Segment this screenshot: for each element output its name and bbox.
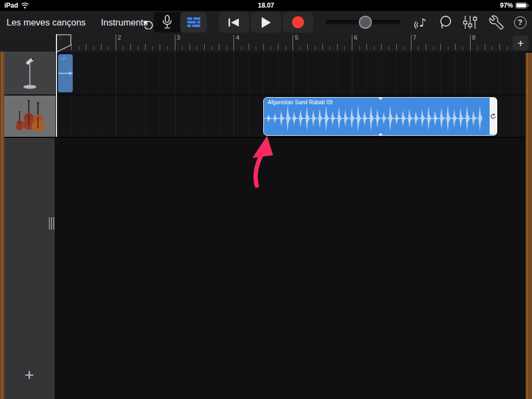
annotation-arrow-icon [236,131,296,192]
ruler-tick [426,44,426,50]
help-button[interactable]: ? [512,15,528,30]
ruler-tick [116,35,116,50]
volume-slider-knob[interactable] [359,16,372,29]
ruler-tick [485,44,485,50]
recorder-view-button[interactable] [154,12,180,33]
ruler-tick [440,44,441,50]
waveform-blip [69,71,72,75]
loop-browser-button[interactable] [438,15,453,30]
battery-percent: 97% [500,2,513,9]
loop-icon [490,113,496,119]
ruler-bar-label: 4 [236,34,239,41]
ruler-tick [79,46,79,50]
ruler-tick [396,44,397,50]
ruler-tick [352,35,352,50]
ruler-tick [411,35,411,50]
ruler-tick [249,44,249,50]
ruler-tick [433,46,434,50]
wood-trim-right [525,53,532,399]
ruler-tick [278,44,278,50]
microphone-stand-icon [15,55,45,91]
ruler-tick [108,46,109,50]
strings-waveform [264,104,489,134]
playhead-flag[interactable] [56,34,72,54]
playhead-line[interactable] [56,34,57,137]
transport-controls [219,12,313,33]
ruler-tick [470,35,471,50]
record-button[interactable] [283,12,313,33]
header-resize-grip[interactable] [49,217,55,230]
play-icon [261,17,271,28]
loop-lasso-icon [438,15,453,30]
ruler-tick [263,44,264,50]
ruler-tick [359,46,360,50]
region-loop-handle[interactable] [490,98,497,135]
ruler-tick [86,44,86,50]
ruler-tick [123,46,123,50]
wood-trim-left [0,52,4,399]
ruler-tick [219,44,219,50]
ruler-tick [153,46,153,50]
settings-button[interactable] [489,15,504,30]
my-songs-button[interactable]: Les meves cançons [7,11,86,34]
play-button[interactable] [251,12,281,33]
ruler-tick [167,46,168,50]
record-icon [292,16,305,29]
ruler[interactable]: 12345678 + [0,34,532,52]
tracks-view-button[interactable] [180,12,207,33]
ruler-tick [507,46,508,50]
ruler-tick [286,46,286,50]
ruler-tick [374,46,375,50]
track-header-audio-recorder[interactable] [4,52,55,94]
ruler-bar-label: 8 [472,34,476,41]
region-bottom-handle[interactable] [378,133,383,136]
ruler-tick [381,44,382,50]
ruler-tick [145,44,145,50]
ruler-bar-label: 7 [413,34,416,41]
ruler-tick [93,46,94,50]
ruler-tick [344,46,345,50]
track-separator [4,94,525,96]
ruler-tick [448,46,448,50]
ruler-tick [463,46,463,50]
status-bar: iPad 18.07 97% [0,0,532,11]
region-label: ...r [60,56,65,61]
ruler-tick [175,35,175,50]
ruler-tick [389,46,389,50]
mixer-button[interactable] [463,15,478,30]
rewind-button[interactable] [219,12,249,33]
ruler-tick [138,46,138,50]
add-section-button[interactable]: + [512,35,529,50]
ruler-tick [337,44,338,50]
region-strings-clip[interactable]: Afganistan Sand Rabab 09 [263,97,497,136]
ruler-tick [300,46,301,50]
track-header-strings[interactable] [4,96,55,137]
undo-icon [143,18,154,29]
ruler-tick [197,46,197,50]
ruler-tick [212,46,212,50]
ruler-tick [189,44,190,50]
ruler-tick [499,44,500,50]
add-track-button[interactable]: + [21,366,38,384]
faders-icon [463,15,478,30]
status-clock: 18.07 [0,2,532,9]
svg-text:♪: ♪ [419,16,426,29]
region-top-handle[interactable] [378,97,383,100]
region-audio-recorder-clip[interactable]: ...r [58,54,73,92]
note-sound-icon: ♪ [414,15,429,30]
volume-slider[interactable] [326,20,400,24]
ruler-tick [160,44,160,50]
ruler-bar-label: 6 [354,34,357,41]
sound-browser-button[interactable]: ♪ [414,15,429,30]
ruler-tick [233,35,234,50]
toolbar: Les meves cançons Instruments [0,11,532,34]
ruler-tick [315,46,315,50]
help-icon: ? [514,16,527,29]
ruler-tick [307,44,308,50]
garageband-app: iPad 18.07 97% Les meves cançons Instrum… [0,0,532,399]
ruler-tick [293,35,293,50]
ruler-tick [455,44,455,50]
rewind-icon [228,18,240,27]
ruler-tick [101,44,102,50]
ruler-tick [130,44,131,50]
